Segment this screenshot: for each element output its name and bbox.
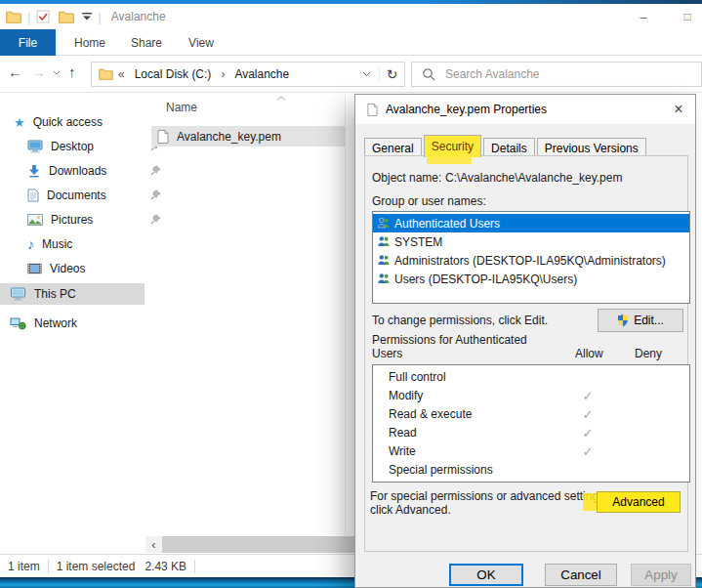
ok-button[interactable]: OK: [449, 564, 523, 586]
horizontal-scrollbar[interactable]: ‹: [145, 536, 354, 553]
sidebar-label: Videos: [50, 262, 85, 275]
status-selected-size: 2.43 KB: [145, 560, 186, 573]
permission-row-read-execute: Read & execute ✓: [373, 405, 689, 424]
breadcrumb-current[interactable]: Avalanche: [234, 67, 289, 81]
dialog-close-icon[interactable]: ×: [662, 95, 695, 124]
ribbon-tab-home[interactable]: Home: [62, 29, 118, 56]
cancel-button[interactable]: Cancel: [545, 564, 617, 586]
explorer-window: | | Avalanche – □ File Home Share View ←…: [0, 0, 702, 588]
permission-label: Write: [389, 444, 416, 458]
file-row-avalanche-key[interactable]: Avalanche_key.pem: [151, 126, 346, 147]
videos-icon: [27, 263, 42, 274]
network-icon: [10, 317, 26, 330]
group-user-names-label: Group or user names:: [372, 194, 486, 208]
dialog-title: Avalanche_key.pem Properties: [386, 103, 547, 116]
group-icon: [377, 273, 391, 285]
sidebar-label: Downloads: [49, 164, 106, 178]
sidebar-label: Network: [34, 316, 77, 330]
sidebar-item-pictures[interactable]: Pictures: [27, 209, 172, 231]
group-icon: [377, 235, 391, 248]
breadcrumb-root[interactable]: Local Disk (C:): [135, 67, 212, 81]
sidebar-item-documents[interactable]: Documents: [27, 185, 172, 206]
allow-check: ✓: [571, 389, 604, 403]
sidebar-item-videos[interactable]: Videos: [27, 258, 172, 279]
group-row-system[interactable]: SYSTEM: [373, 232, 689, 251]
ribbon-tab-view[interactable]: View: [175, 29, 227, 56]
search-box[interactable]: [411, 62, 702, 87]
permission-label: Read & execute: [389, 407, 472, 421]
ribbon-tab-file[interactable]: File: [0, 29, 56, 56]
apply-button[interactable]: Apply: [631, 564, 691, 586]
ribbon-tab-share[interactable]: Share: [118, 29, 175, 56]
tab-details[interactable]: Details: [483, 138, 535, 157]
qat-new-folder-icon[interactable]: [59, 11, 74, 23]
permissions-list[interactable]: Full control Modify ✓ Read & execute ✓ R…: [372, 364, 690, 483]
search-input[interactable]: [445, 67, 670, 81]
edit-button-label: Edit...: [634, 314, 664, 327]
window-title: Avalanche: [111, 10, 166, 23]
sidebar-label: Music: [42, 237, 72, 251]
file-name: Avalanche_key.pem: [177, 130, 281, 144]
search-icon: [422, 67, 435, 81]
sidebar-item-network[interactable]: Network: [0, 313, 145, 334]
qat-separator: |: [27, 10, 30, 24]
permission-row-full-control: Full control: [373, 368, 689, 387]
music-icon: ♪: [27, 236, 34, 252]
minimize-button[interactable]: –: [623, 4, 664, 29]
scrollbar-thumb[interactable]: [162, 536, 354, 553]
allow-check: ✓: [571, 426, 604, 441]
sidebar-item-downloads[interactable]: Downloads: [27, 160, 172, 182]
group-user-list[interactable]: Authenticated Users SYSTEM Administrator…: [372, 211, 690, 304]
tab-previous-versions[interactable]: Previous Versions: [537, 138, 646, 157]
allow-column-header: Allow: [575, 347, 603, 360]
tab-general[interactable]: General: [364, 138, 422, 157]
desktop-icon: [27, 140, 43, 153]
sidebar-item-quick-access[interactable]: ★ Quick access: [14, 111, 158, 133]
sidebar-item-this-pc[interactable]: This PC: [0, 283, 145, 305]
sidebar-item-desktop[interactable]: Desktop: [27, 136, 172, 157]
advanced-hint-line1: For special permissions or advanced sett…: [370, 489, 607, 503]
scroll-left-icon[interactable]: ‹: [145, 536, 162, 553]
qat-properties-icon[interactable]: [36, 10, 50, 23]
status-selected-count: 1 item selected: [57, 560, 136, 573]
permission-label: Read: [389, 426, 417, 440]
status-divider: [194, 560, 195, 573]
refresh-icon[interactable]: ↻: [379, 66, 404, 82]
security-tab-highlight: [427, 156, 472, 164]
edit-button[interactable]: Edit...: [598, 309, 683, 332]
back-icon[interactable]: ←: [8, 63, 22, 80]
sort-ascending-icon[interactable]: [276, 96, 286, 101]
edit-hint-text: To change permissions, click Edit.: [372, 314, 548, 327]
allow-check: ✓: [571, 407, 604, 422]
downloads-icon: [27, 164, 41, 178]
maximize-button[interactable]: □: [667, 4, 702, 29]
permission-label: Full control: [389, 370, 446, 384]
address-bar[interactable]: « Local Disk (C:) › Avalanche ↻: [91, 62, 405, 87]
dialog-tab-strip: General Security Details Previous Versio…: [364, 135, 648, 157]
history-chevron-icon[interactable]: [53, 70, 61, 75]
up-icon[interactable]: ↑: [68, 63, 76, 80]
advanced-button[interactable]: Advanced: [597, 491, 681, 513]
uac-shield-icon: [617, 314, 629, 327]
group-name: Authenticated Users: [394, 217, 500, 231]
permission-row-special-permissions: Special permissions: [373, 461, 689, 480]
tab-security[interactable]: Security: [424, 135, 481, 157]
properties-dialog: Avalanche_key.pem Properties × General S…: [354, 94, 696, 588]
sidebar-label: Quick access: [33, 115, 103, 129]
address-dropdown-icon[interactable]: [362, 71, 371, 77]
allow-check: ✓: [571, 444, 604, 459]
breadcrumb-collapse[interactable]: «: [118, 67, 125, 81]
quick-access-star-icon: ★: [14, 115, 25, 130]
documents-icon: [27, 189, 39, 202]
permissions-for-label-line2: Users: [372, 347, 402, 360]
sidebar-item-music[interactable]: ♪ Music: [27, 233, 172, 255]
column-header-name[interactable]: Name: [166, 101, 197, 114]
pin-icon: [150, 189, 161, 200]
sidebar-label: Pictures: [51, 213, 93, 227]
qat-customize-dropdown-icon[interactable]: [82, 13, 92, 21]
status-divider: [48, 560, 49, 573]
group-row-authenticated-users[interactable]: Authenticated Users: [373, 214, 689, 232]
group-row-users[interactable]: Users (DESKTOP-ILA95KQ\Users): [373, 270, 689, 288]
group-row-administrators[interactable]: Administrators (DESKTOP-ILA95KQ\Administ…: [373, 251, 689, 270]
ribbon-tab-bar: File Home Share View: [0, 29, 702, 56]
